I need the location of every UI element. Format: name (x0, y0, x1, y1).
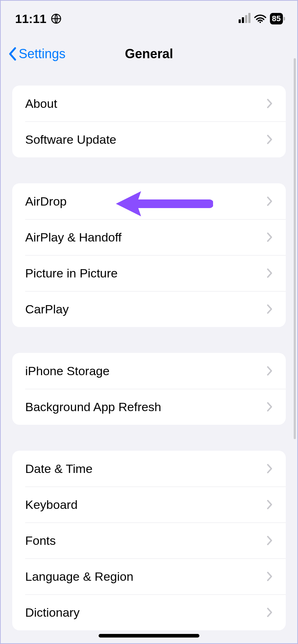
chevron-right-icon (266, 535, 273, 546)
chevron-right-icon (266, 268, 273, 279)
status-time: 11:11 (15, 12, 46, 26)
row-label: AirDrop (25, 194, 67, 208)
row-software-update[interactable]: Software Update (12, 121, 286, 157)
settings-group-0: About Software Update (12, 86, 286, 157)
chevron-right-icon (266, 499, 273, 510)
chevron-right-icon (266, 365, 273, 376)
chevron-right-icon (266, 571, 273, 582)
settings-group-3: Date & Time Keyboard Fonts Language & Re… (12, 451, 286, 630)
status-left: 11:11 (15, 12, 62, 26)
row-date-time[interactable]: Date & Time (12, 451, 286, 487)
wifi-icon (254, 14, 266, 23)
status-right: 85 (239, 13, 283, 24)
row-label: CarPlay (25, 302, 69, 316)
navbar: Settings General (1, 37, 297, 71)
row-dictionary[interactable]: Dictionary (12, 594, 286, 630)
back-button[interactable]: Settings (8, 46, 66, 61)
row-label: Keyboard (25, 498, 78, 512)
row-label: Language & Region (25, 570, 134, 584)
row-label: AirPlay & Handoff (25, 230, 122, 244)
scroll-indicator (294, 58, 296, 439)
row-label: Fonts (25, 534, 56, 548)
chevron-right-icon (266, 607, 273, 618)
globe-icon (51, 13, 62, 24)
row-label: Software Update (25, 133, 116, 147)
row-label: Background App Refresh (25, 400, 161, 414)
row-about[interactable]: About (12, 86, 286, 121)
row-label: Date & Time (25, 462, 92, 476)
status-bar: 11:11 85 (1, 1, 297, 37)
battery-level: 85 (272, 14, 281, 23)
settings-group-2: iPhone Storage Background App Refresh (12, 353, 286, 425)
chevron-left-icon (8, 47, 17, 61)
content: About Software Update AirDrop AirPlay & … (1, 71, 297, 644)
chevron-right-icon (266, 401, 273, 412)
row-keyboard[interactable]: Keyboard (12, 487, 286, 523)
chevron-right-icon (266, 134, 273, 145)
row-carplay[interactable]: CarPlay (12, 291, 286, 327)
row-label: About (25, 97, 57, 111)
row-label: Picture in Picture (25, 266, 118, 280)
row-label: Dictionary (25, 606, 80, 620)
back-label: Settings (19, 46, 66, 61)
settings-group-1: AirDrop AirPlay & Handoff Picture in Pic… (12, 183, 286, 327)
chevron-right-icon (266, 304, 273, 314)
row-label: iPhone Storage (25, 364, 109, 378)
row-picture-in-picture[interactable]: Picture in Picture (12, 255, 286, 291)
row-fonts[interactable]: Fonts (12, 523, 286, 558)
home-indicator[interactable] (99, 634, 199, 638)
row-airdrop[interactable]: AirDrop (12, 183, 286, 219)
chevron-right-icon (266, 98, 273, 109)
chevron-right-icon (266, 196, 273, 207)
row-iphone-storage[interactable]: iPhone Storage (12, 353, 286, 389)
page-title: General (125, 46, 173, 61)
row-background-app-refresh[interactable]: Background App Refresh (12, 389, 286, 425)
cellular-icon (239, 14, 250, 23)
row-language-region[interactable]: Language & Region (12, 558, 286, 594)
battery-icon: 85 (270, 13, 283, 24)
chevron-right-icon (266, 463, 273, 474)
row-airplay-handoff[interactable]: AirPlay & Handoff (12, 219, 286, 255)
chevron-right-icon (266, 232, 273, 243)
